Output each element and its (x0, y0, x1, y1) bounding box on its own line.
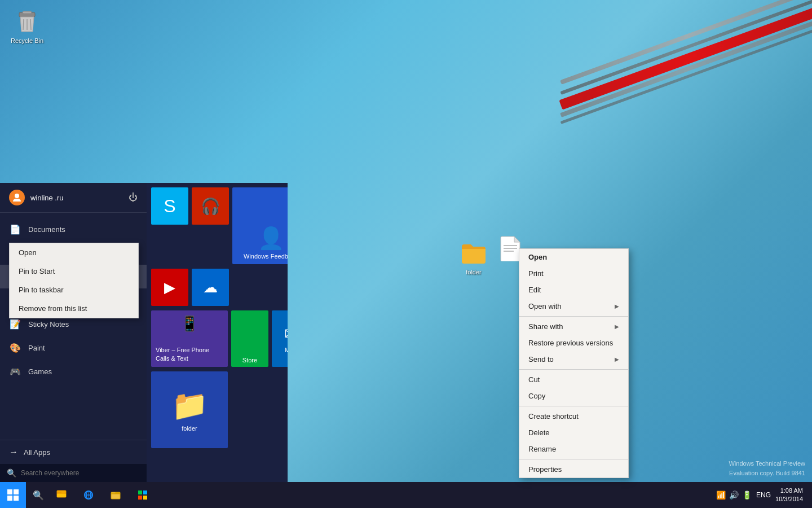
mail-tile[interactable]: ✉ Mail (272, 310, 288, 367)
ctx-sep-1 (519, 316, 628, 317)
svg-rect-11 (14, 489, 19, 494)
all-apps-link[interactable]: → All Apps (0, 440, 147, 464)
paint-icon: 🎨 (9, 341, 21, 354)
onedrive-tile[interactable]: ☁ (192, 269, 229, 306)
svg-rect-15 (57, 494, 66, 497)
ctx-pin-start[interactable]: Pin to Start (10, 262, 138, 281)
headphones-tile[interactable]: 🎧 (192, 187, 229, 225)
ctx-copy[interactable]: Copy (519, 388, 628, 404)
start-header: winline .ru ⏻ (0, 183, 147, 213)
start-user: winline .ru (9, 190, 64, 205)
youtube-tile[interactable]: ▶ (151, 269, 188, 306)
start-menu: winline .ru ⏻ 📄 Documents 🖼 Pictures (0, 183, 288, 482)
svg-rect-21 (138, 491, 142, 494)
nav-item-paint[interactable]: 🎨 Paint (0, 336, 147, 360)
tiles-row-4: 📁 folder (151, 371, 283, 448)
documents-icon: 📄 (9, 223, 21, 235)
svg-rect-10 (7, 489, 12, 494)
youtube-icon: ▶ (164, 279, 175, 296)
ctx-share-with[interactable]: Share with ▶ (519, 318, 628, 335)
ctx-open-with[interactable]: Open with ▶ (519, 298, 628, 314)
tiles-row-2: ▶ ☁ (151, 269, 283, 306)
taskbar: 🔍 (0, 482, 812, 508)
all-apps-arrow: → (9, 447, 18, 457)
sys-icons: 📶 🔊 🔋 (716, 491, 752, 500)
ctx-cut[interactable]: Cut (519, 371, 628, 388)
share-with-arrow: ▶ (615, 323, 619, 330)
feedback-icon: 👤 (258, 226, 284, 251)
stickynotes-icon: 📝 (9, 318, 21, 330)
ctx-open[interactable]: Open (519, 249, 628, 265)
svg-rect-13 (14, 496, 19, 501)
games-icon: 🎮 (9, 365, 21, 378)
all-apps-label: All Apps (24, 448, 50, 457)
taskbar-ie[interactable] (76, 482, 102, 508)
folder-tile-icon: 📁 (171, 388, 208, 423)
ctx-sep-4 (519, 459, 628, 459)
feedback-label: Windows Feedback (244, 253, 288, 260)
ctx-send-to[interactable]: Send to ▶ (519, 351, 628, 367)
mail-label: Mail (285, 347, 288, 353)
ctx-delete[interactable]: Delete (519, 424, 628, 441)
taskbar-file-explorer[interactable] (103, 482, 129, 508)
svg-point-8 (15, 194, 19, 198)
start-search-bar[interactable]: 🔍 (0, 464, 147, 482)
nav-item-label: Sticky Notes (28, 320, 69, 329)
recycle-bin-icon[interactable]: Recycle Bin (5, 5, 50, 47)
skype-icon: S (164, 196, 175, 217)
taskbar-search[interactable]: 🔍 (28, 490, 44, 501)
start-menu-left: winline .ru ⏻ 📄 Documents 🖼 Pictures (0, 183, 147, 482)
ctx-rename[interactable]: Rename (519, 441, 628, 457)
nav-item-games[interactable]: 🎮 Games (0, 360, 147, 383)
folder-tile[interactable]: 📁 folder (151, 371, 228, 448)
user-avatar (9, 190, 25, 205)
ctx-create-shortcut[interactable]: Create shortcut (519, 408, 628, 424)
network-icon: 📶 (716, 491, 726, 500)
nav-item-label: Documents (28, 225, 65, 234)
svg-rect-24 (143, 496, 147, 500)
viber-tile[interactable]: 📱 Viber – Free Phone Calls & Text (151, 310, 228, 367)
nav-item-label: Games (28, 367, 52, 376)
skype-tile[interactable]: S (151, 187, 188, 225)
onedrive-icon: ☁ (203, 279, 218, 296)
ctx-properties[interactable]: Properties (519, 461, 628, 478)
ctx-restore[interactable]: Restore previous versions (519, 335, 628, 351)
mail-icon: ✉ (284, 325, 288, 343)
lang-indicator: ENG (756, 491, 771, 499)
taskbar-explorer[interactable] (48, 482, 74, 508)
battery-icon: 🔋 (742, 491, 752, 500)
taskbar-app-icons (48, 482, 156, 508)
deco-lines (530, 0, 812, 226)
windows-feedback-tile[interactable]: 👤 Windows Feedback (232, 187, 288, 264)
recycle-bin-label: Recycle Bin (11, 37, 43, 44)
taskbar-search-icon: 🔍 (33, 490, 44, 501)
taskbar-store[interactable] (130, 482, 156, 508)
ctx-sep-3 (519, 406, 628, 406)
store-label: Store (242, 357, 257, 364)
viber-icon: 📱 (180, 315, 198, 332)
ctx-print[interactable]: Print (519, 265, 628, 282)
ctx-edit[interactable]: Edit (519, 282, 628, 298)
ctx-pin-taskbar[interactable]: Pin to taskbar (10, 281, 138, 299)
nav-item-documents[interactable]: 📄 Documents (0, 217, 147, 241)
start-tiles: S 🎧 👤 Windows Feedback ▶ ☁ 📱 Viber – Fre… (147, 183, 288, 482)
search-input[interactable] (21, 469, 140, 477)
svg-rect-23 (138, 496, 142, 500)
tiles-row-3: 📱 Viber – Free Phone Calls & Text Store … (151, 310, 283, 367)
svg-rect-22 (143, 491, 147, 494)
folder-image (460, 239, 487, 266)
power-button[interactable]: ⏻ (129, 192, 138, 203)
desktop-folder-label: folder (466, 269, 482, 275)
svg-line-4 (30, 19, 31, 30)
svg-rect-12 (7, 496, 12, 501)
ctx-remove-list[interactable]: Remove from this list (10, 299, 138, 318)
start-context-menu: Open Pin to Start Pin to taskbar Remove … (9, 243, 139, 318)
ctx-open[interactable]: Open (10, 243, 138, 262)
svg-line-2 (23, 19, 24, 30)
taskbar-clock: 1:08 AM 10/3/2014 (775, 487, 807, 504)
tiles-row-1: S 🎧 👤 Windows Feedback (151, 187, 283, 264)
start-button[interactable] (0, 482, 26, 508)
search-icon: 🔍 (7, 468, 16, 478)
store-tile[interactable]: Store (231, 310, 268, 367)
volume-icon: 🔊 (729, 491, 739, 500)
